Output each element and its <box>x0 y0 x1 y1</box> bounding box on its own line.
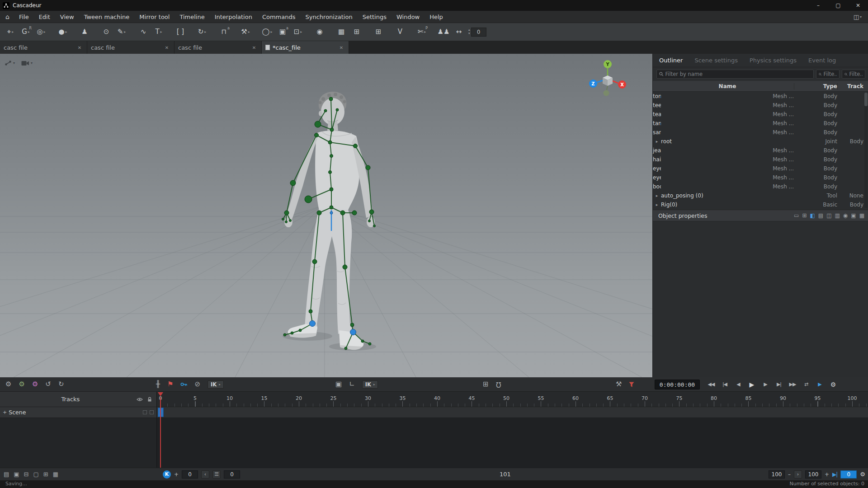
fast-rewind-button[interactable]: ◀◀ <box>705 379 717 390</box>
frame-ruler[interactable]: 0 5 10 15 20 25 30 35 <box>157 392 868 407</box>
play-button[interactable]: ▶ <box>746 379 758 390</box>
ghost-mode-button[interactable]: G R ▸ <box>19 25 33 39</box>
tab-close-icon[interactable]: ✕ <box>76 44 83 51</box>
document-tab[interactable]: casc file ✕ <box>87 41 175 54</box>
tool-wrench-icon[interactable]: ⚒ <box>616 381 622 388</box>
props-grid-icon[interactable]: ⊞ <box>802 212 807 219</box>
group-track-icon[interactable]: ⊟ <box>24 471 29 478</box>
props-table-icon[interactable]: ▥ <box>835 212 840 219</box>
props-panel-icon[interactable]: ▭ <box>794 212 799 219</box>
scene-keyframes-track[interactable] <box>157 407 868 418</box>
keys-list-button[interactable]: ☰ <box>212 470 221 479</box>
copy-before-icon[interactable]: ⊞ ▸ <box>350 25 363 39</box>
delete-track-icon[interactable]: ▣ <box>14 471 19 478</box>
lock-icon[interactable] <box>147 397 152 402</box>
tracks-empty-area[interactable] <box>157 418 868 468</box>
next-key-button[interactable]: › <box>794 470 802 479</box>
expand-arrow-icon[interactable]: ▸ <box>653 193 661 198</box>
outliner-row[interactable]: ▸ Rig(0) Basic Body <box>653 200 868 209</box>
timeline-settings-gear[interactable]: ⚙ <box>827 379 839 390</box>
outliner-scrollbar[interactable] <box>864 93 868 208</box>
add-key-button[interactable]: + <box>174 471 179 478</box>
character-model[interactable] <box>283 92 376 351</box>
interpolation-curve-icon[interactable]: ∿ ▸ <box>137 25 150 39</box>
checker-frame-icon[interactable]: ▦ ▸ <box>335 25 348 39</box>
menu-item[interactable]: Timeline <box>175 11 209 23</box>
scene-visibility-checkbox[interactable] <box>143 410 147 414</box>
panel-tab[interactable]: Scene settings <box>694 57 738 64</box>
point-size-spinner[interactable]: ▴▾ <box>468 28 486 37</box>
ik-mode-button[interactable]: IK ▸ <box>208 380 224 389</box>
filter-funnel-icon[interactable] <box>629 382 634 387</box>
outliner-row[interactable]: ▸ tearline Mesh ... Body <box>653 110 868 119</box>
fast-forward-button[interactable]: ▶▶ <box>787 379 798 390</box>
menu-item[interactable]: Synchronization <box>301 11 358 23</box>
track-filter[interactable] <box>842 70 865 79</box>
ik-mode-button-2[interactable]: IK ▸ <box>362 380 378 389</box>
panel-tab[interactable]: Outliner <box>659 57 683 64</box>
ballistic-gear-icon[interactable]: ⚙ <box>19 381 24 388</box>
close-button[interactable]: ✕ <box>848 0 868 11</box>
box-select-icon[interactable]: ⊞ <box>483 381 489 388</box>
type-filter-input[interactable] <box>824 71 837 77</box>
prev-key-button[interactable]: ‹ <box>201 470 209 479</box>
timeline-gear-icon[interactable]: ⚙ <box>860 471 865 478</box>
viewport-canvas[interactable] <box>0 54 652 377</box>
next-frame-button[interactable]: ▶ <box>760 379 771 390</box>
outliner-row[interactable]: ▸ eyeocclusion Mesh ... Body <box>653 164 868 173</box>
point-size-input[interactable] <box>471 28 486 37</box>
maximize-button[interactable]: ▢ <box>828 0 848 11</box>
camera-track-icon[interactable]: ▣ <box>335 381 342 388</box>
grid-options-icon[interactable]: ▦ <box>53 471 58 478</box>
tab-close-icon[interactable]: ✕ <box>338 44 345 51</box>
loop-end-field[interactable] <box>805 470 821 479</box>
document-tab[interactable]: casc file ✕ <box>175 41 262 54</box>
dynamics-gear-icon[interactable]: ⚙ <box>32 381 38 388</box>
suppress-icon[interactable]: ⊘ <box>194 381 200 388</box>
outliner-row[interactable]: ▸ sandales Mesh ... Body <box>653 128 868 137</box>
outliner-row[interactable]: ▸ tongue Mesh ... Body <box>653 92 868 101</box>
playblast-button[interactable]: ▶ <box>814 379 826 390</box>
cycle-cw-icon[interactable]: ↻ <box>58 381 64 388</box>
loop-mode-button[interactable]: ⇄ <box>800 379 812 390</box>
name-filter-input[interactable] <box>665 71 811 77</box>
menu-item[interactable]: View <box>55 11 79 23</box>
document-tab[interactable]: *casc_file ✕ <box>262 41 349 54</box>
menu-item[interactable]: Tween machine <box>79 11 135 23</box>
point-display-icon[interactable]: ● ▸ <box>56 25 70 39</box>
new-track-icon[interactable]: ▤ <box>4 471 9 478</box>
characters-pair-icon[interactable]: ♟♟ ▸ <box>437 25 450 39</box>
rig-mode-button[interactable]: ▾ <box>5 60 15 66</box>
menu-item[interactable]: File <box>14 11 34 23</box>
autoposing-rings-icon[interactable]: ◎ ▸ <box>34 25 48 39</box>
physics-gear-icon[interactable]: ⚙ <box>5 381 11 388</box>
v-tool-icon[interactable]: V ▸ <box>393 25 407 39</box>
outliner-row[interactable]: ▸ auto_posing (0) Tool None <box>653 191 868 200</box>
props-values-icon[interactable]: ▦ <box>859 212 864 219</box>
duplicate-track-icon[interactable]: ▢ <box>33 471 39 478</box>
selected-count-field[interactable] <box>840 470 857 479</box>
visibility-eye-icon[interactable] <box>137 397 143 402</box>
cycle-ccw-icon[interactable]: ↺ <box>45 381 51 388</box>
scissors-tool-icon[interactable]: ✄ P ▸ <box>415 25 429 39</box>
end-frame-field[interactable] <box>769 470 785 479</box>
sphere-gizmo-icon[interactable]: ◯ ▸ <box>260 25 274 39</box>
layout-panels-button[interactable]: ◫ ▾ <box>854 14 868 20</box>
tween-machine-icon[interactable]: T ▸ <box>152 25 165 39</box>
timeline-tracks-area[interactable]: 0 5 10 15 20 25 30 35 <box>157 392 868 468</box>
scene-track-row[interactable]: + Scene <box>0 407 156 418</box>
tab-close-icon[interactable]: ✕ <box>163 44 170 51</box>
cycle-rotation-icon[interactable]: ↻ ▸ <box>195 25 209 39</box>
column-type[interactable]: Type <box>794 83 837 89</box>
joint-pivot-icon[interactable]: ⊙ ▸ <box>99 25 113 39</box>
name-filter[interactable] <box>656 70 814 79</box>
props-rows-icon[interactable]: ▤ <box>818 212 823 219</box>
prev-frame-button[interactable]: ◀ <box>732 379 744 390</box>
mirror-character-icon[interactable]: ↔ ▸ <box>452 25 466 39</box>
camera-lock-icon[interactable]: ▣ a ▸ <box>276 25 289 39</box>
playhead-handle[interactable] <box>158 392 163 396</box>
gizmo-neg-y-axis[interactable] <box>604 90 609 96</box>
props-split-icon[interactable]: ◧ <box>810 212 815 219</box>
tab-close-icon[interactable]: ✕ <box>250 44 258 51</box>
home-icon[interactable]: ⌂ <box>0 13 14 20</box>
